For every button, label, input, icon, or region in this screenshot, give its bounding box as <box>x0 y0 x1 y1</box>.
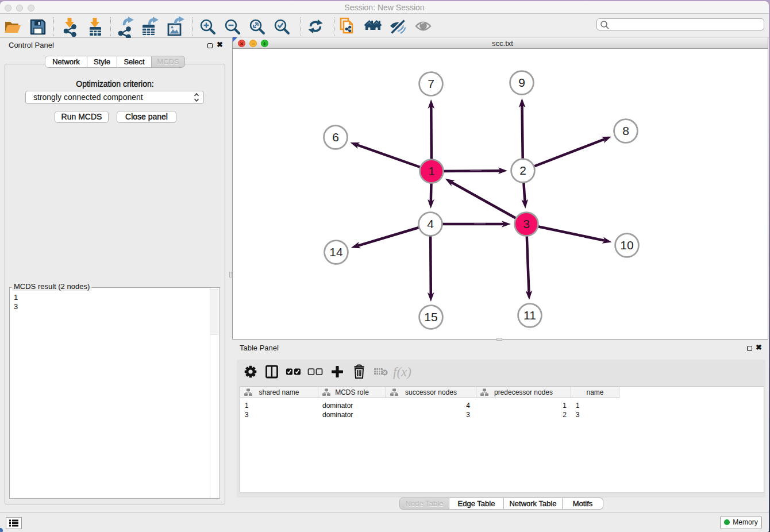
svg-text:15: 15 <box>424 310 437 323</box>
svg-text:8: 8 <box>622 124 629 137</box>
svg-text:f(x): f(x) <box>393 365 411 379</box>
svg-text:3: 3 <box>523 217 530 230</box>
svg-text:6: 6 <box>332 130 339 144</box>
svg-text:10: 10 <box>620 238 633 252</box>
svg-text:4: 4 <box>427 217 434 230</box>
svg-text:2: 2 <box>519 164 526 177</box>
svg-text:11: 11 <box>523 309 536 322</box>
svg-text:14: 14 <box>329 245 343 259</box>
svg-text:9: 9 <box>518 76 525 89</box>
svg-text:1: 1 <box>428 164 435 178</box>
svg-text:7: 7 <box>428 77 434 90</box>
